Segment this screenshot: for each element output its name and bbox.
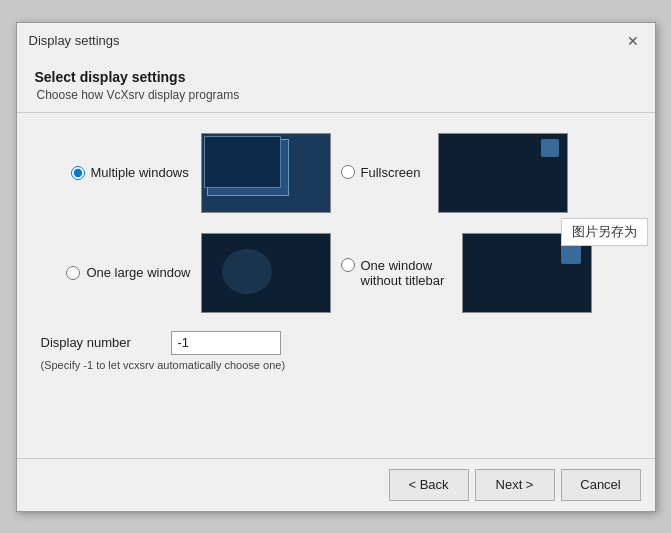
header-title: Select display settings <box>35 69 637 85</box>
display-number-row: Display number -1 <box>41 331 631 355</box>
fullscreen-radio[interactable] <box>341 165 355 179</box>
fullscreen-label-wrap: Fullscreen <box>341 165 421 180</box>
display-number-hint: (Specify -1 to let vcxsrv automatically … <box>41 359 631 371</box>
context-menu-tooltip: 图片另存为 <box>561 218 648 246</box>
multiple-windows-label: Multiple windows <box>91 165 189 180</box>
one-large-window-radio[interactable] <box>66 266 80 280</box>
cancel-button[interactable]: Cancel <box>561 469 641 501</box>
display-number-input[interactable]: -1 <box>171 331 281 355</box>
title-bar: Display settings ✕ <box>17 23 655 57</box>
multiple-windows-thumbnail <box>201 133 331 213</box>
one-window-no-titlebar-label: One windowwithout titlebar <box>361 258 445 288</box>
multiple-windows-label-wrap: Multiple windows <box>71 165 191 180</box>
multiple-windows-option: Multiple windows <box>41 133 331 213</box>
multiple-windows-radio[interactable] <box>71 166 85 180</box>
footer: < Back Next > Cancel <box>17 459 655 511</box>
display-settings-dialog: Display settings ✕ Select display settin… <box>16 22 656 512</box>
one-large-window-label-wrap: One large window <box>66 265 190 280</box>
one-window-no-titlebar-radio[interactable] <box>341 258 355 272</box>
one-window-no-titlebar-label-wrap: One windowwithout titlebar <box>341 258 445 288</box>
right-column: Fullscreen 图片另存为 One windowwithout title… <box>341 133 631 313</box>
fullscreen-thumbnail <box>438 133 568 213</box>
header-section: Select display settings Choose how VcXsr… <box>17 57 655 113</box>
close-button[interactable]: ✕ <box>623 31 643 51</box>
content-area: Multiple windows One large window <box>17 113 655 458</box>
one-large-window-label: One large window <box>86 265 190 280</box>
options-grid: Multiple windows One large window <box>41 133 631 313</box>
fullscreen-option: Fullscreen <box>341 133 631 213</box>
back-button[interactable]: < Back <box>389 469 469 501</box>
display-number-section: Display number -1 (Specify -1 to let vcx… <box>41 331 631 371</box>
one-large-window-option: One large window <box>41 233 331 313</box>
display-number-label: Display number <box>41 335 161 350</box>
header-subtitle: Choose how VcXsrv display programs <box>37 88 637 102</box>
left-column: Multiple windows One large window <box>41 133 331 313</box>
one-large-window-thumbnail <box>201 233 331 313</box>
fullscreen-label: Fullscreen <box>361 165 421 180</box>
next-button[interactable]: Next > <box>475 469 555 501</box>
dialog-title: Display settings <box>29 33 120 48</box>
